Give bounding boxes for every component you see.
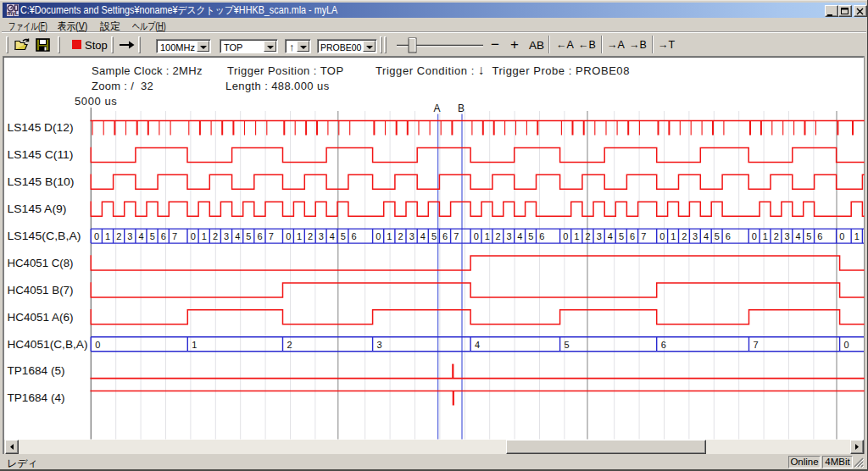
svg-text:3: 3 (409, 231, 415, 241)
svg-text:1: 1 (763, 231, 768, 241)
svg-text:2: 2 (116, 231, 121, 241)
svg-text:6: 6 (539, 231, 544, 241)
svg-text:7: 7 (172, 231, 177, 241)
svg-text:3: 3 (127, 231, 132, 241)
svg-text:5: 5 (715, 231, 720, 241)
svg-text:1: 1 (202, 231, 207, 241)
svg-text:5: 5 (619, 231, 624, 241)
svg-text:7: 7 (453, 231, 459, 241)
svg-text:6: 6 (442, 231, 448, 241)
svg-text:3: 3 (319, 231, 324, 241)
svg-text:6: 6 (817, 231, 822, 241)
svg-text:5: 5 (246, 231, 251, 241)
svg-text:LS145 A(9): LS145 A(9) (8, 203, 67, 215)
svg-text:3: 3 (693, 231, 698, 241)
svg-text:2: 2 (287, 340, 292, 350)
svg-text:2: 2 (682, 231, 687, 241)
svg-text:6: 6 (630, 231, 635, 241)
svg-text:7: 7 (754, 340, 759, 350)
svg-text:0: 0 (191, 231, 196, 241)
svg-text:4: 4 (475, 340, 480, 350)
svg-text:A: A (434, 103, 441, 114)
svg-text:0: 0 (474, 231, 479, 241)
svg-text:1: 1 (297, 231, 302, 241)
svg-text:7: 7 (269, 231, 274, 241)
svg-text:4: 4 (420, 231, 426, 241)
svg-text:LS145 B(10): LS145 B(10) (8, 176, 75, 188)
svg-text:3: 3 (377, 340, 382, 350)
svg-text:HC4051 B(7): HC4051 B(7) (8, 285, 74, 296)
svg-text:1: 1 (105, 231, 110, 241)
svg-text:4: 4 (235, 231, 240, 241)
svg-text:0: 0 (844, 340, 849, 350)
svg-text:0: 0 (286, 231, 291, 241)
svg-text:2: 2 (398, 231, 403, 241)
svg-text:0: 0 (94, 231, 99, 241)
svg-text:5: 5 (565, 340, 570, 350)
svg-text:4: 4 (795, 231, 800, 241)
svg-text:0: 0 (659, 231, 665, 241)
svg-text:0: 0 (752, 231, 757, 241)
svg-text:1: 1 (387, 231, 392, 241)
svg-text:TP1684 (5): TP1684 (5) (8, 365, 65, 377)
svg-text:4: 4 (608, 231, 613, 241)
svg-text:3: 3 (506, 231, 511, 241)
svg-text:5: 5 (431, 231, 437, 241)
svg-text:6: 6 (352, 231, 357, 241)
svg-text:HC4051(C,B,A): HC4051(C,B,A) (8, 339, 88, 351)
svg-text:4: 4 (139, 231, 144, 241)
svg-text:5: 5 (150, 231, 155, 241)
svg-text:1: 1 (485, 231, 490, 241)
svg-text:0: 0 (376, 231, 381, 241)
svg-text:1: 1 (574, 231, 579, 241)
svg-text:1: 1 (854, 231, 860, 241)
svg-text:6: 6 (661, 340, 666, 350)
svg-text:4: 4 (517, 231, 522, 241)
svg-text:5: 5 (806, 231, 811, 241)
svg-text:0: 0 (839, 231, 844, 241)
svg-text:1: 1 (192, 340, 197, 350)
svg-text:4: 4 (704, 231, 709, 241)
svg-text:6: 6 (726, 231, 731, 241)
svg-text:2: 2 (496, 231, 501, 241)
svg-text:3: 3 (785, 231, 790, 241)
svg-text:2: 2 (308, 231, 313, 241)
svg-text:4: 4 (330, 231, 335, 241)
svg-text:3: 3 (224, 231, 229, 241)
svg-text:LS145 C(11): LS145 C(11) (8, 149, 74, 161)
svg-text:TP1684 (4): TP1684 (4) (8, 392, 65, 404)
svg-text:0: 0 (563, 231, 568, 241)
svg-text:2: 2 (213, 231, 218, 241)
svg-text:LS145 D(12): LS145 D(12) (8, 122, 74, 134)
svg-text:B: B (458, 103, 465, 114)
svg-text:5: 5 (528, 231, 533, 241)
svg-text:HC4051 C(8): HC4051 C(8) (8, 258, 74, 269)
svg-text:6: 6 (257, 231, 262, 241)
svg-text:HC4051 A(6): HC4051 A(6) (8, 312, 74, 324)
svg-text:1: 1 (670, 231, 676, 241)
svg-text:3: 3 (597, 231, 602, 241)
svg-text:5: 5 (341, 231, 346, 241)
svg-text:2: 2 (774, 231, 779, 241)
svg-text:2: 2 (586, 231, 591, 241)
svg-text:LS145(C,B,A): LS145(C,B,A) (8, 230, 81, 242)
svg-text:7: 7 (641, 231, 646, 241)
svg-text:6: 6 (161, 231, 166, 241)
svg-text:0: 0 (95, 340, 100, 350)
